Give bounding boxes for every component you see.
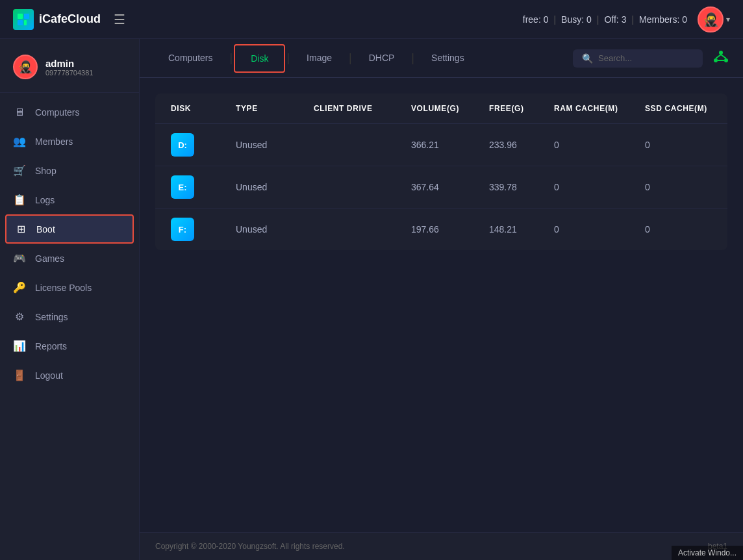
- col-free-1: 339.78: [489, 182, 554, 192]
- status-members: Members: 0: [639, 14, 687, 25]
- table-header: DISKTYPECLIENT DRIVEVOLUME(G)FREE(G)RAM …: [155, 94, 727, 124]
- svg-rect-1: [24, 14, 29, 19]
- col-free-0: 233.96: [489, 140, 554, 150]
- col-header-ssdcachem: SSD CACHE(M): [645, 104, 727, 113]
- topbar: iCafeCloud ☰ free: 0 | Busy: 0 | Off: 3 …: [0, 0, 743, 39]
- col-ssd-cache-1: 0: [645, 182, 727, 192]
- sidebar-item-license-pools[interactable]: 🔑 License Pools: [0, 273, 139, 302]
- sidebar-icon-reports: 📊: [13, 340, 26, 352]
- status-free: free: 0: [523, 14, 549, 25]
- table-row: E: Unused 367.64 339.78 0 0 4K 100: [155, 166, 727, 209]
- svg-point-5: [714, 58, 718, 62]
- sidebar-icon-logs: 📋: [13, 194, 26, 206]
- tab-settings[interactable]: Settings: [416, 39, 480, 78]
- col-header-volumeg: VOLUME(G): [411, 104, 489, 113]
- sidebar-label-boot: Boot: [36, 224, 55, 235]
- col-ssd-cache-2: 0: [645, 224, 727, 235]
- tab-sep-2: |: [286, 51, 290, 65]
- col-type-2: Unused: [236, 224, 314, 235]
- col-header-freeg: FREE(G): [489, 104, 554, 113]
- table-body: D: Unused 366.21 233.96 0 0 4K 100 E: Un…: [155, 124, 727, 250]
- col-type-1: Unused: [236, 182, 314, 192]
- sidebar-avatar: 🥷: [13, 55, 38, 79]
- svg-rect-3: [24, 20, 27, 25]
- sidebar-label-games: Games: [35, 253, 64, 264]
- sidebar-phone: 097778704381: [45, 69, 93, 77]
- disk-badge-2[interactable]: F:: [171, 218, 236, 241]
- sidebar-label-license-pools: License Pools: [35, 283, 92, 293]
- logo-icon: [13, 9, 34, 30]
- svg-point-6: [724, 58, 728, 62]
- sidebar-label-settings: Settings: [35, 312, 68, 322]
- col-header-disk: DISK: [171, 104, 236, 113]
- sidebar-item-games[interactable]: 🎮 Games: [0, 244, 139, 273]
- col-header-clientdrive: CLIENT DRIVE: [314, 104, 411, 113]
- tab-sep-1: |: [229, 51, 233, 65]
- sidebar-icon-settings: ⚙: [13, 311, 26, 323]
- search-input[interactable]: [598, 53, 694, 63]
- layout: 🥷 admin 097778704381 🖥 Computers 👥 Membe…: [0, 39, 743, 560]
- sidebar-item-computers[interactable]: 🖥 Computers: [0, 98, 139, 127]
- sidebar-item-settings[interactable]: ⚙ Settings: [0, 302, 139, 331]
- table-row: F: Unused 197.66 148.21 0 0 4K 100: [155, 209, 727, 250]
- sidebar-icon-members: 👥: [13, 135, 26, 147]
- tab-dhcp[interactable]: DHCP: [353, 39, 410, 78]
- col-type-0: Unused: [236, 140, 314, 150]
- sidebar-label-computers: Computers: [35, 107, 79, 118]
- svg-rect-2: [18, 20, 23, 25]
- tab-bar: Computers|Disk|Image|DHCP|Settings 🔍: [140, 39, 743, 78]
- sidebar-item-reports[interactable]: 📊 Reports: [0, 331, 139, 361]
- status-busy: Busy: 0: [561, 14, 592, 25]
- svg-rect-0: [18, 14, 23, 19]
- status-off: Off: 3: [604, 14, 626, 25]
- sidebar-user: 🥷 admin 097778704381: [0, 45, 139, 93]
- sep3: |: [631, 14, 634, 25]
- footer: Copyright © 2000-2020 Youngzsoft. All ri…: [140, 532, 743, 560]
- svg-line-8: [721, 55, 726, 58]
- app-name: iCafeCloud: [39, 12, 101, 26]
- sidebar-icon-shop: 🛒: [13, 164, 26, 177]
- tab-disk[interactable]: Disk: [234, 44, 285, 73]
- sidebar-item-shop[interactable]: 🛒 Shop: [0, 156, 139, 185]
- tab-image[interactable]: Image: [291, 39, 347, 78]
- search-icon: 🔍: [582, 53, 593, 64]
- col-ram-cache-1: 0: [554, 182, 645, 192]
- sidebar-item-boot[interactable]: ⊞ Boot: [5, 214, 134, 244]
- svg-line-7: [716, 55, 721, 58]
- sidebar-item-logs[interactable]: 📋 Logs: [0, 185, 139, 214]
- sidebar-item-members[interactable]: 👥 Members: [0, 127, 139, 156]
- sidebar-label-logs: Logs: [35, 195, 55, 205]
- disk-badge-1[interactable]: E:: [171, 175, 236, 199]
- disk-table: DISKTYPECLIENT DRIVEVOLUME(G)FREE(G)RAM …: [155, 94, 727, 250]
- sidebar: 🥷 admin 097778704381 🖥 Computers 👥 Membe…: [0, 39, 140, 560]
- network-icon[interactable]: [712, 47, 730, 70]
- sidebar-icon-logout: 🚪: [13, 369, 26, 381]
- col-ram-cache-2: 0: [554, 224, 645, 235]
- table-row: D: Unused 366.21 233.96 0 0 4K 100: [155, 124, 727, 166]
- activate-watermark: Activate Windo...: [672, 546, 743, 560]
- sidebar-label-shop: Shop: [35, 166, 57, 176]
- sep1: |: [553, 14, 556, 25]
- tab-sep-3: |: [349, 51, 352, 65]
- col-ram-cache-0: 0: [554, 140, 645, 150]
- sidebar-icon-license-pools: 🔑: [13, 281, 26, 294]
- tabs: Computers|Disk|Image|DHCP|Settings: [153, 39, 480, 78]
- sidebar-item-logout[interactable]: 🚪 Logout: [0, 361, 139, 390]
- status-bar: free: 0 | Busy: 0 | Off: 3 | Members: 0: [523, 14, 687, 25]
- svg-point-4: [719, 51, 723, 55]
- col-ssd-cache-0: 0: [645, 140, 727, 150]
- col-volume-0: 366.21: [411, 140, 489, 150]
- disk-badge-0[interactable]: D:: [171, 133, 236, 157]
- sidebar-label-logout: Logout: [35, 370, 63, 381]
- col-volume-2: 197.66: [411, 224, 489, 235]
- hamburger-menu[interactable]: ☰: [114, 12, 125, 27]
- sidebar-icon-games: 🎮: [13, 252, 26, 264]
- footer-copyright: Copyright © 2000-2020 Youngzsoft. All ri…: [155, 542, 345, 551]
- app-logo: iCafeCloud: [13, 9, 101, 30]
- avatar-caret[interactable]: ▾: [726, 15, 730, 24]
- user-avatar[interactable]: 🥷: [698, 6, 724, 32]
- sidebar-label-members: Members: [35, 136, 73, 147]
- col-volume-1: 367.64: [411, 182, 489, 192]
- sidebar-username: admin: [45, 58, 93, 69]
- tab-computers[interactable]: Computers: [153, 39, 228, 78]
